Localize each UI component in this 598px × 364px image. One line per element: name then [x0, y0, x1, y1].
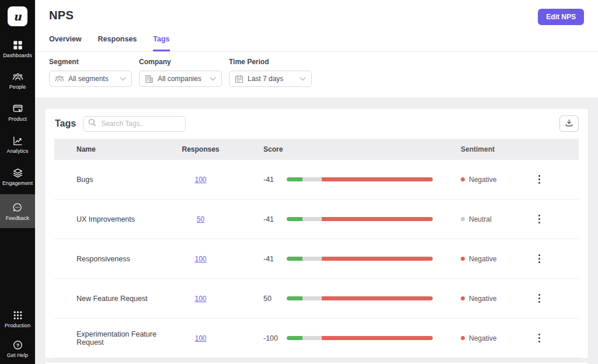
sidebar-item-engagement[interactable]: Engagement [0, 162, 35, 191]
sentiment-label: Neutral [469, 215, 492, 223]
time-period-dropdown[interactable]: Last 7 days [229, 71, 312, 87]
tag-name: Responsiveness [77, 255, 176, 263]
responses-link[interactable]: 50 [197, 215, 204, 223]
table-row: Experimentation Feature Request 100 -100… [54, 318, 579, 358]
calendar-icon [235, 75, 244, 83]
bar-promoters [287, 296, 303, 300]
filters-bar: Segment All segments Company [35, 52, 598, 97]
row-menu-button[interactable] [535, 212, 544, 227]
bar-promoters [287, 177, 303, 181]
analytics-icon [13, 136, 23, 146]
segments-icon [55, 75, 64, 83]
sentiment-dot [461, 217, 465, 221]
sentiment-label: Negative [469, 176, 496, 184]
app-root: u Dashboards People Product [0, 0, 598, 364]
tag-name: Bugs [77, 176, 176, 184]
bar-detractors [322, 217, 433, 221]
svg-text:?: ? [16, 342, 19, 348]
main-area: NPS Edit NPS Overview Responses Tags Seg… [35, 0, 598, 364]
responses-link[interactable]: 100 [194, 255, 206, 263]
table-header-row: Name Responses Score Sentiment [54, 139, 579, 160]
help-icon: ? [13, 340, 23, 350]
logo-letter: u [13, 10, 22, 23]
sentiment-bar [287, 296, 433, 300]
bar-detractors [322, 336, 433, 340]
sidebar-item-production[interactable]: Production [0, 304, 35, 333]
time-period-filter: Time Period Last 7 days [229, 58, 312, 87]
sidebar-item-label: Analytics [7, 148, 29, 154]
bar-passives [303, 257, 322, 261]
topbar: NPS Edit NPS Overview Responses Tags [35, 0, 598, 52]
company-dropdown-value: All companies [158, 75, 206, 83]
company-dropdown[interactable]: All companies [139, 71, 222, 87]
dashboards-icon [13, 40, 23, 50]
time-period-filter-label: Time Period [229, 58, 312, 66]
sentiment-dot [461, 336, 465, 340]
tab-overview[interactable]: Overview [49, 35, 82, 51]
chevron-down-icon [120, 77, 126, 81]
bar-promoters [287, 257, 303, 261]
score-value: -41 [225, 255, 287, 263]
sidebar-item-dashboards[interactable]: Dashboards [0, 34, 35, 63]
company-filter-label: Company [139, 58, 222, 66]
sentiment-bar [287, 217, 433, 221]
download-button[interactable] [559, 116, 579, 132]
sidebar-item-analytics[interactable]: Analytics [0, 130, 35, 159]
sentiment-label: Negative [469, 295, 496, 303]
table-row: Responsiveness 100 -41 Negative [54, 239, 579, 279]
score-value: -41 [225, 215, 287, 223]
search-tags-box [83, 116, 186, 132]
column-header-name: Name [77, 145, 176, 153]
sentiment-label: Negative [469, 255, 496, 263]
bar-detractors [322, 296, 433, 300]
sidebar-item-label: People [9, 84, 26, 90]
sidebar-item-people[interactable]: People [0, 66, 35, 94]
sidebar-item-get-help[interactable]: ? Get Help [0, 334, 35, 363]
tag-name: New Feature Request [77, 295, 176, 303]
bar-passives [303, 217, 322, 221]
search-tags-input[interactable] [100, 119, 180, 128]
segment-filter-label: Segment [49, 58, 132, 66]
sentiment-bar [287, 336, 433, 340]
score-value: -100 [225, 334, 287, 342]
row-menu-button[interactable] [535, 291, 544, 306]
column-header-score: Score [225, 145, 287, 153]
tags-panel: Tags Name [44, 108, 589, 359]
sentiment-dot [461, 257, 465, 261]
sentiment-bar [287, 257, 433, 261]
row-menu-button[interactable] [535, 172, 544, 187]
column-header-sentiment: Sentiment [433, 145, 532, 153]
sidebar-item-feedback[interactable]: Feedback [0, 194, 35, 228]
chevron-down-icon [300, 77, 306, 81]
app-logo[interactable]: u [8, 6, 27, 26]
panel-title: Tags [55, 118, 76, 129]
row-menu-button[interactable] [535, 331, 544, 346]
production-icon [13, 310, 23, 320]
tag-name: Experimentation Feature Request [77, 330, 176, 346]
edit-nps-button[interactable]: Edit NPS [538, 9, 584, 25]
search-icon [88, 118, 96, 129]
responses-link[interactable]: 100 [194, 334, 206, 342]
segment-dropdown[interactable]: All segments [49, 71, 132, 87]
sentiment-dot [461, 296, 465, 300]
tab-tags[interactable]: Tags [153, 35, 169, 51]
sentiment-dot [461, 177, 465, 181]
page-title: NPS [49, 9, 74, 22]
table-row: Bugs 100 -41 Negative [54, 160, 579, 200]
bar-passives [303, 177, 322, 181]
tab-responses[interactable]: Responses [98, 35, 137, 51]
tags-panel-header: Tags [45, 108, 588, 139]
table-row: UX Improvements 50 -41 Neutral [54, 200, 579, 239]
segment-dropdown-value: All segments [68, 75, 116, 83]
sidebar-nav: Dashboards People Product Analytics [0, 34, 35, 364]
responses-link[interactable]: 100 [194, 176, 206, 184]
responses-link[interactable]: 100 [194, 295, 206, 303]
product-icon [13, 104, 23, 114]
bar-passives [303, 296, 322, 300]
bar-detractors [322, 257, 433, 261]
download-icon [565, 118, 573, 129]
sidebar-item-label: Feedback [6, 215, 29, 221]
sidebar-item-product[interactable]: Product [0, 98, 35, 127]
tags-table: Name Responses Score Sentiment Bugs 100 … [54, 139, 579, 358]
row-menu-button[interactable] [535, 251, 544, 267]
